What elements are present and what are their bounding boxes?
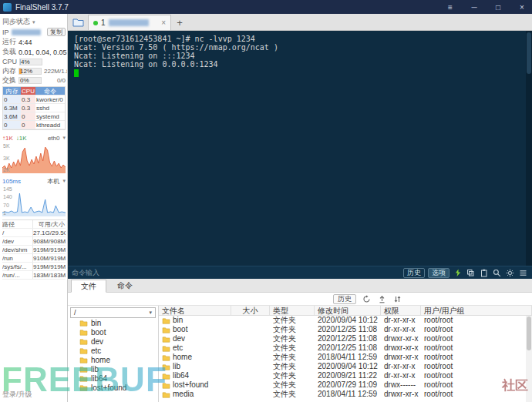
tree-item[interactable]: boot: [70, 327, 156, 337]
gear-icon[interactable]: [505, 268, 515, 278]
swap-usage-row: 交换 0% 0/0: [2, 75, 66, 85]
connection-manager-button[interactable]: [69, 15, 86, 30]
tab-title-redacted: [109, 19, 149, 26]
disk-row[interactable]: /run 910M/919M: [2, 254, 66, 263]
search-icon[interactable]: [492, 268, 502, 278]
folder-icon: [162, 327, 170, 333]
process-header-cell[interactable]: 内存: [3, 87, 21, 95]
options-button[interactable]: 选项: [428, 268, 450, 278]
disk-row[interactable]: /dev/shm 919M/919M: [2, 246, 66, 254]
lightning-icon[interactable]: [453, 268, 463, 278]
tree-item[interactable]: bin: [70, 318, 156, 327]
file-history-button[interactable]: 历史: [333, 294, 356, 304]
folder-icon: [79, 384, 88, 391]
menu-icon[interactable]: ≡: [440, 0, 460, 14]
disk-row[interactable]: /run/... 183M/183M: [2, 271, 66, 280]
terminal-scrollbar[interactable]: [526, 31, 532, 266]
terminal-scrollbar-thumb[interactable]: [527, 32, 531, 74]
file-row[interactable]: etc 文件夹 2020/12/25 11:08 drwxr-xr-x root…: [159, 343, 532, 353]
file-name: home: [173, 353, 192, 362]
disk-row[interactable]: /sys/fs/... 919M/919M: [2, 263, 66, 271]
file-row[interactable]: boot 文件夹 2020/12/25 11:08 dr-xr-xr-x roo…: [159, 325, 532, 334]
history-button[interactable]: 历史: [403, 268, 425, 278]
tree-item[interactable]: lib64: [70, 374, 156, 383]
process-row[interactable]: 6.3M 0.3 sshd: [3, 104, 65, 112]
up-directory-icon[interactable]: [377, 294, 387, 304]
file-column-header[interactable]: 大小: [231, 306, 270, 315]
terminal-cursor: [74, 69, 79, 77]
file-name: media: [173, 390, 194, 399]
process-row[interactable]: 3.6M 0 systemd: [3, 112, 65, 121]
file-row[interactable]: home 文件夹 2018/04/11 12:59 drwxr-xr-x roo…: [159, 353, 532, 362]
tree-item[interactable]: dev: [70, 337, 156, 346]
ping-target-select[interactable]: 本机: [47, 177, 59, 186]
file-row[interactable]: lost+found 文件夹 2020/07/29 11:09 drwx----…: [159, 380, 532, 390]
disk-size: 910M/919M: [33, 254, 66, 262]
disk-row[interactable]: /dev 908M/908M: [2, 237, 66, 246]
transfer-icon[interactable]: [392, 294, 402, 304]
titlebar[interactable]: FinalShell 3.7.7 ≡ ─ □ ×: [0, 0, 532, 14]
chevron-down-icon[interactable]: ▾: [62, 135, 66, 141]
session-tab[interactable]: 1 ×: [88, 15, 171, 30]
file-permissions: dr-xr-xr-x: [381, 325, 421, 334]
minimize-button[interactable]: ─: [464, 0, 484, 14]
ping-y-label: 70: [3, 203, 12, 208]
file-modified: 2018/04/11 12:59: [315, 390, 381, 399]
close-tab-icon[interactable]: ×: [161, 18, 166, 27]
new-tab-button[interactable]: +: [173, 15, 187, 30]
file-table-scrollbar[interactable]: [526, 316, 532, 402]
interface-select[interactable]: eth0: [48, 135, 60, 142]
swap-percent: 0%: [20, 78, 29, 84]
file-row[interactable]: lib64 文件夹 2020/09/21 11:22 dr-xr-xr-x ro…: [159, 371, 532, 380]
file-type: 文件夹: [270, 380, 315, 390]
hamburger-menu-icon[interactable]: [518, 268, 528, 278]
copy-ip-button[interactable]: 复制: [47, 28, 66, 36]
process-header-cell[interactable]: CPU: [21, 87, 35, 95]
file-column-header[interactable]: 类型: [270, 306, 315, 315]
swap-label: 交换: [2, 75, 16, 85]
sync-status-row: 同步状态 ▾: [2, 17, 66, 27]
tree-item[interactable]: etc: [70, 346, 156, 355]
file-column-header[interactable]: 用户/用户组: [421, 306, 532, 315]
file-row[interactable]: dev 文件夹 2020/12/25 11:08 drwxr-xr-x root…: [159, 334, 532, 343]
file-size: [231, 362, 270, 371]
file-column-header[interactable]: 修改时间: [315, 306, 381, 315]
disk-row[interactable]: / 27.1G/29.5G: [2, 229, 66, 237]
file-row[interactable]: lib 文件夹 2020/09/04 10:12 dr-xr-xr-x root…: [159, 362, 532, 371]
copy-icon[interactable]: [466, 268, 476, 278]
login-upgrade-link[interactable]: 登录/升级: [2, 390, 66, 400]
command-input[interactable]: [72, 269, 400, 276]
close-button[interactable]: ×: [512, 0, 532, 14]
process-header-cell[interactable]: 命令: [35, 87, 65, 95]
chevron-down-icon[interactable]: ▾: [149, 310, 152, 316]
file-permissions: drwxr-xr-x: [381, 343, 421, 353]
disk-path-header[interactable]: 路径: [2, 220, 33, 228]
tree-item[interactable]: lost+found: [70, 383, 156, 392]
chevron-down-icon[interactable]: ▾: [32, 19, 35, 25]
chevron-down-icon[interactable]: ▾: [62, 178, 66, 184]
ip-label: IP: [2, 28, 9, 36]
maximize-button[interactable]: □: [488, 0, 508, 14]
tab-files[interactable]: 文件: [71, 280, 106, 293]
refresh-icon[interactable]: [362, 294, 372, 304]
ping-y-label: 1: [3, 210, 12, 216]
terminal-output[interactable]: [root@ser731612453841 ~]# nc -lvvp 1234 …: [68, 31, 532, 266]
process-row[interactable]: 0 0 kthreadd: [3, 121, 65, 129]
process-cmd: kthreadd: [35, 121, 65, 129]
disk-size-header[interactable]: 可用/大小: [33, 220, 66, 228]
tab-commands[interactable]: 命令: [108, 279, 142, 292]
ping-header: 105ms 本机 ▾: [2, 176, 66, 186]
path-input[interactable]: / ▾: [70, 307, 156, 318]
file-column-header[interactable]: 文件名: [159, 306, 231, 315]
clipboard-icon[interactable]: [479, 268, 489, 278]
tree-item[interactable]: lib: [70, 364, 156, 374]
current-path: /: [74, 309, 76, 317]
terminal-line: Ncat: Listening on :::1234: [74, 52, 526, 60]
process-row[interactable]: 0 0.3 kworker/0: [3, 95, 65, 104]
file-column-header[interactable]: 权限: [381, 306, 421, 315]
tree-item[interactable]: home: [70, 355, 156, 364]
file-row[interactable]: media 文件夹 2018/04/11 12:59 drwxr-xr-x ro…: [159, 390, 532, 399]
file-row[interactable]: bin 文件夹 2020/09/04 10:12 dr-xr-xr-x root…: [159, 316, 532, 325]
disk-table-header: 路径 可用/大小: [2, 220, 66, 229]
file-table-scrollbar-thumb[interactable]: [527, 317, 531, 350]
